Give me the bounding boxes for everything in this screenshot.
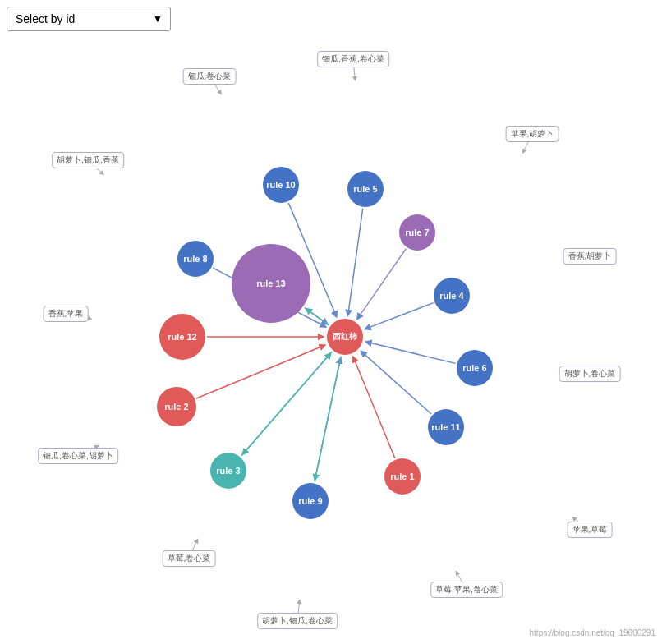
svg-line-2 [196, 345, 325, 398]
node-rule13[interactable]: rule 13 [232, 244, 310, 323]
label-lbl3: 苹果,胡萝卜 [506, 126, 559, 142]
node-rule7[interactable]: rule 7 [399, 214, 435, 251]
svg-line-8 [365, 303, 433, 329]
svg-line-5 [353, 356, 395, 458]
node-rule11[interactable]: rule 11 [428, 409, 464, 445]
label-lbl8: 胡萝卜,钿瓜,卷心菜 [257, 613, 338, 629]
label-lbl6: 苹果,草莓 [568, 522, 613, 538]
node-rule6[interactable]: rule 6 [457, 350, 493, 386]
watermark-text: https://blog.csdn.net/qq_19600291 [530, 628, 655, 637]
node-rule1[interactable]: rule 1 [384, 458, 421, 494]
svg-line-26 [242, 352, 332, 454]
label-lbl4: 香蕉,胡萝卜 [563, 248, 617, 264]
label-lbl1: 钿瓜,卷心菜 [183, 68, 237, 85]
svg-line-10 [348, 209, 363, 315]
node-rule10[interactable]: rule 10 [263, 167, 299, 203]
label-lbl5: 胡萝卜,卷心菜 [559, 366, 621, 382]
label-lbl7: 草莓,苹果,卷心菜 [430, 582, 503, 598]
label-lbl11: 香蕉,苹果 [44, 306, 89, 322]
node-rule12[interactable]: rule 12 [159, 314, 205, 360]
node-rule3[interactable]: rule 3 [210, 453, 246, 489]
label-lbl12: 胡萝卜,钿瓜,香蕉 [52, 152, 124, 168]
node-rule2[interactable]: rule 2 [157, 387, 196, 426]
node-rule4[interactable]: rule 4 [434, 278, 470, 314]
node-center[interactable]: 西红柿 [327, 319, 363, 355]
label-lbl9: 草莓,卷心菜 [163, 550, 216, 567]
node-rule5[interactable]: rule 5 [347, 171, 384, 207]
svg-line-27 [315, 356, 341, 480]
node-rule8[interactable]: rule 8 [177, 241, 214, 277]
node-rule9[interactable]: rule 9 [292, 483, 329, 519]
svg-line-7 [365, 342, 455, 363]
select-by-id[interactable]: Select by id西红柿rule 1rule 2rule 3rule 4r… [7, 7, 171, 31]
select-bar: Select by id西红柿rule 1rule 2rule 3rule 4r… [7, 7, 171, 31]
svg-line-6 [361, 351, 431, 414]
svg-line-9 [357, 249, 407, 320]
label-lbl10: 钿瓜,卷心菜,胡萝卜 [38, 448, 118, 464]
label-lbl2: 钿瓜,香蕉,卷心菜 [317, 51, 389, 67]
